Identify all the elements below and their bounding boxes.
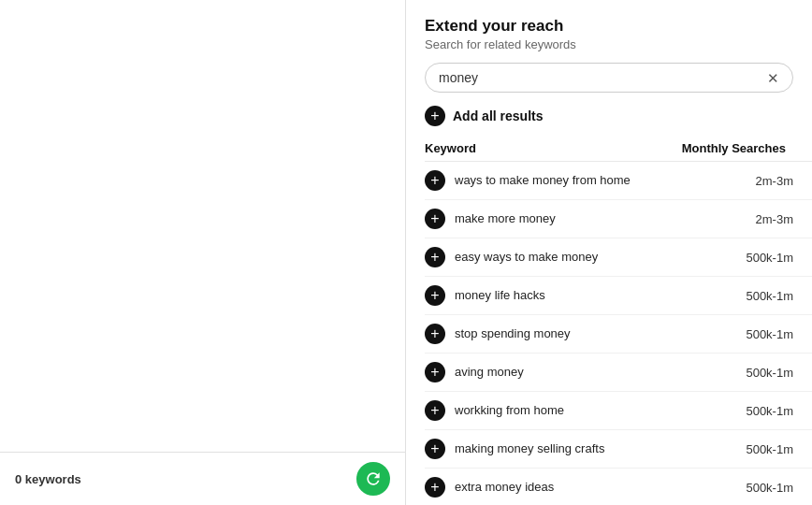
add-all-button[interactable]: + xyxy=(425,106,445,126)
keyword-left: +workking from home xyxy=(425,400,736,421)
keyword-text: workking from home xyxy=(455,402,564,419)
keywords-count: 0 keywords xyxy=(15,472,81,486)
keyword-text: extra money ideas xyxy=(455,479,554,496)
searches-value: 500k-1m xyxy=(746,404,793,418)
add-all-label: Add all results xyxy=(453,108,543,123)
keyword-left: +make more money xyxy=(425,209,747,229)
left-panel-footer: 0 keywords xyxy=(0,452,405,505)
table-row: +aving money500k-1m xyxy=(425,354,812,392)
panel-header: Extend your reach Search for related key… xyxy=(406,17,812,63)
add-keyword-button[interactable]: + xyxy=(425,247,445,267)
right-panel: Extend your reach Search for related key… xyxy=(406,0,812,505)
left-panel: 0 keywords xyxy=(0,0,406,505)
searches-value: 500k-1m xyxy=(746,481,793,495)
add-keyword-button[interactable]: + xyxy=(425,209,445,229)
table-header: Keyword Monthly Searches xyxy=(425,136,812,162)
searches-value: 500k-1m xyxy=(746,327,793,341)
table-row: +easy ways to make money500k-1m xyxy=(425,238,812,277)
table-row: +making money selling crafts500k-1m xyxy=(425,430,812,469)
keyword-left: +making money selling crafts xyxy=(425,439,736,459)
refresh-icon xyxy=(364,469,383,488)
keyword-left: +extra money ideas xyxy=(425,477,736,498)
keyword-left: +money life hacks xyxy=(425,285,736,306)
table-row: +extra money ideas500k-1m xyxy=(425,469,812,505)
search-box: ✕ xyxy=(425,63,793,93)
table-row: +stop spending money500k-1m xyxy=(425,315,812,354)
keyword-rows: +ways to make money from home2m-3m+make … xyxy=(425,162,812,505)
table-row: +money life hacks500k-1m xyxy=(425,277,812,315)
searches-value: 500k-1m xyxy=(746,289,793,303)
keyword-text: stop spending money xyxy=(455,325,571,342)
keyword-left: +easy ways to make money xyxy=(425,247,736,267)
searches-value: 500k-1m xyxy=(746,366,793,380)
keyword-left: +stop spending money xyxy=(425,324,736,344)
add-keyword-button[interactable]: + xyxy=(425,170,445,191)
add-keyword-button[interactable]: + xyxy=(425,362,445,382)
panel-subtitle: Search for related keywords xyxy=(425,37,793,51)
table-row: +workking from home500k-1m xyxy=(425,392,812,430)
searches-value: 2m-3m xyxy=(756,174,793,188)
clear-icon[interactable]: ✕ xyxy=(767,71,779,85)
search-container: ✕ xyxy=(406,63,812,106)
keyword-text: ways to make money from home xyxy=(455,172,631,189)
searches-value: 500k-1m xyxy=(746,442,793,456)
add-keyword-button[interactable]: + xyxy=(425,324,445,344)
keyword-text: making money selling crafts xyxy=(455,440,604,457)
table-row: +make more money2m-3m xyxy=(425,200,812,238)
col-keyword-header: Keyword xyxy=(425,141,476,155)
add-keyword-button[interactable]: + xyxy=(425,439,445,459)
searches-value: 2m-3m xyxy=(756,212,793,226)
search-input[interactable] xyxy=(439,70,760,85)
keyword-text: money life hacks xyxy=(455,287,545,304)
add-keyword-button[interactable]: + xyxy=(425,285,445,306)
keyword-table: Keyword Monthly Searches +ways to make m… xyxy=(406,136,812,505)
keyword-left: +ways to make money from home xyxy=(425,170,747,191)
left-panel-content xyxy=(0,0,405,452)
refresh-button[interactable] xyxy=(356,462,390,496)
add-all-row: + Add all results xyxy=(406,106,812,136)
col-searches-header: Monthly Searches xyxy=(682,141,786,155)
keyword-left: +aving money xyxy=(425,362,736,382)
keyword-text: aving money xyxy=(455,364,524,381)
keyword-text: make more money xyxy=(455,210,556,227)
panel-title: Extend your reach xyxy=(425,17,793,36)
searches-value: 500k-1m xyxy=(746,251,793,265)
keyword-text: easy ways to make money xyxy=(455,249,598,266)
add-keyword-button[interactable]: + xyxy=(425,477,445,498)
table-row: +ways to make money from home2m-3m xyxy=(425,162,812,200)
add-keyword-button[interactable]: + xyxy=(425,400,445,421)
